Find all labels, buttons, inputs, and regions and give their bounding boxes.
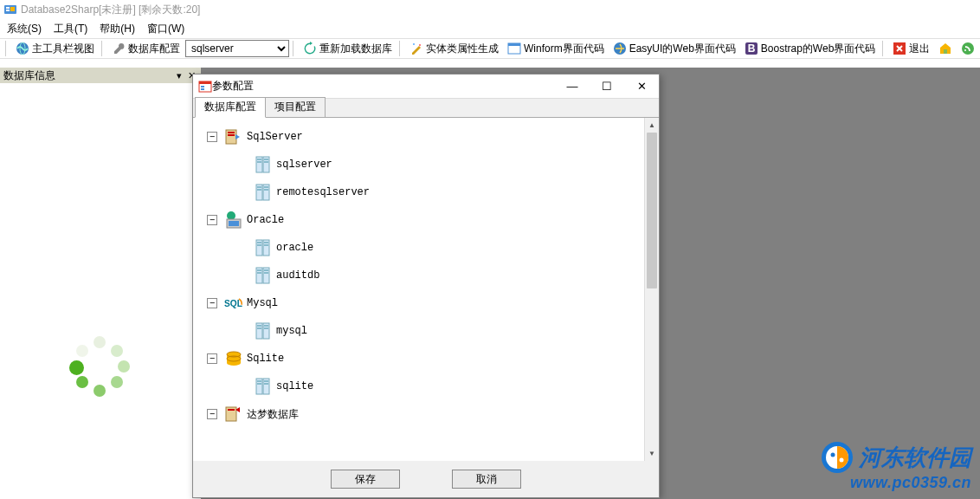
tree-node[interactable]: oracle [200,234,659,262]
svg-point-70 [831,453,835,457]
tree-node[interactable]: mysql [200,317,659,345]
tree-toggle-icon[interactable]: − [207,353,217,364]
svg-rect-34 [264,189,268,191]
dialog-tabs: 数据库配置 项目配置 [193,99,659,118]
tb-db-config[interactable]: 数据库配置 [108,41,184,57]
db-icon [254,266,273,285]
tree-node[interactable]: remotesqlserver [200,178,659,206]
tree-label: sqlserver [276,159,332,171]
tb-reload-db[interactable]: 重新加载数据库 [300,41,396,57]
menu-window[interactable]: 窗口(W) [147,22,184,36]
svg-text:B: B [747,42,755,55]
tb-home[interactable] [935,41,956,56]
minimize-button[interactable]: — [555,75,590,99]
scroll-up-icon[interactable]: ▲ [645,118,659,133]
menu-system[interactable]: 系统(S) [7,22,42,36]
tree-toggle-icon[interactable]: − [207,215,217,225]
tree-node[interactable]: sqlite [200,373,659,400]
titlebar: Database2Sharp[未注册] [剩余天数:20] [0,0,980,19]
scroll-thumb[interactable] [647,133,657,288]
tb-bootstrap-code[interactable]: B Boostrap的Web界面代码 [741,41,880,57]
svg-rect-26 [257,161,261,163]
window-icon [507,42,521,55]
home-icon [938,42,952,55]
ie-icon [613,42,627,55]
tree-label: 达梦数据库 [247,407,299,422]
tree-toggle-icon[interactable]: − [207,298,217,308]
tb-rss[interactable] [957,41,978,56]
svg-rect-14 [944,49,947,54]
svg-rect-17 [199,81,211,84]
cancel-button[interactable]: 取消 [452,470,521,489]
db-tree[interactable]: −SqlServersqlserverremotesqlserver−Oracl… [193,118,659,428]
svg-rect-49 [264,272,268,274]
mysql-icon: SQL [224,294,243,313]
tb-easyui-code[interactable]: EasyUI的Web界面代码 [609,41,739,57]
db-select[interactable]: sqlserver [185,40,289,57]
tree-node[interactable]: −Sqlite [200,345,659,373]
menubar: 系统(S) 工具(T) 帮助(H) 窗口(W) [0,19,980,38]
tree-node[interactable]: −Oracle [200,206,659,234]
db-icon [254,321,273,340]
svg-rect-31 [257,186,261,188]
left-panel-titlebar: 数据库信息 ▾ ✕ [0,68,201,83]
dialog-titlebar[interactable]: 参数配置 — ☐ ✕ [193,75,659,99]
separator [399,41,403,56]
svg-rect-63 [257,383,261,385]
menu-help[interactable]: 帮助(H) [100,22,135,36]
svg-rect-18 [201,86,204,87]
rss-icon [961,42,975,55]
tree-label: sqlite [276,380,313,392]
close-button[interactable]: ✕ [624,75,659,99]
svg-rect-55 [264,325,268,327]
tb-winform-code[interactable]: Winform界面代码 [504,41,608,57]
save-button[interactable]: 保存 [331,470,400,489]
tree-label: oracle [276,242,313,254]
tree-label: Oracle [247,214,284,226]
dialog-title: 参数配置 [212,79,555,94]
svg-rect-40 [257,242,261,243]
app-icon [3,3,17,16]
pin-icon[interactable]: ▾ [173,70,185,81]
tree-toggle-icon[interactable]: − [207,132,217,142]
svg-rect-43 [264,244,268,246]
svg-rect-9 [508,43,520,46]
loading-spinner [69,336,130,397]
db-icon [254,183,273,202]
db-icon [254,155,273,174]
db-icon [254,377,273,396]
svg-rect-48 [264,269,268,271]
svg-rect-33 [264,186,268,188]
window-title: Database2Sharp[未注册] [剩余天数:20] [21,3,200,17]
tree-node[interactable]: −达梦数据库 [200,400,659,428]
tree-node[interactable]: sqlserver [200,151,659,178]
close-icon [893,42,906,55]
menu-tools[interactable]: 工具(T) [54,22,87,36]
tb-main-view[interactable]: 主工具栏视图 [12,41,98,57]
tree-label: mysql [276,325,307,337]
toolbar: 主工具栏视图 数据库配置 sqlserver 重新加载数据库 实体类属性生成 W… [0,38,980,59]
scroll-down-icon[interactable]: ▼ [645,446,659,461]
tree-toggle-icon[interactable]: − [207,409,217,419]
tab-db-config[interactable]: 数据库配置 [195,97,266,118]
dm-icon [224,405,243,424]
svg-rect-28 [264,161,268,163]
svg-rect-56 [264,327,268,329]
tree-label: auditdb [276,269,319,282]
globe-icon [16,42,29,55]
maximize-button[interactable]: ☐ [590,75,624,99]
scrollbar[interactable]: ▲ ▼ [644,118,659,461]
dialog-icon [198,80,212,94]
tb-entity-gen[interactable]: 实体类属性生成 [406,41,502,57]
tab-proj-config[interactable]: 项目配置 [265,97,326,117]
tree-node[interactable]: auditdb [200,262,659,289]
tree-node[interactable]: −SqlServer [200,123,659,151]
tb-exit[interactable]: 退出 [889,41,933,57]
oracle-icon [224,211,243,230]
refresh-icon [303,42,317,55]
svg-rect-67 [228,409,235,411]
watermark: 河东软件园 www.pc0359.cn [821,441,971,492]
watermark-url: www.pc0359.cn [821,474,971,492]
tree-node[interactable]: −SQLMysql [200,289,659,317]
tree-label: Mysql [247,297,278,309]
